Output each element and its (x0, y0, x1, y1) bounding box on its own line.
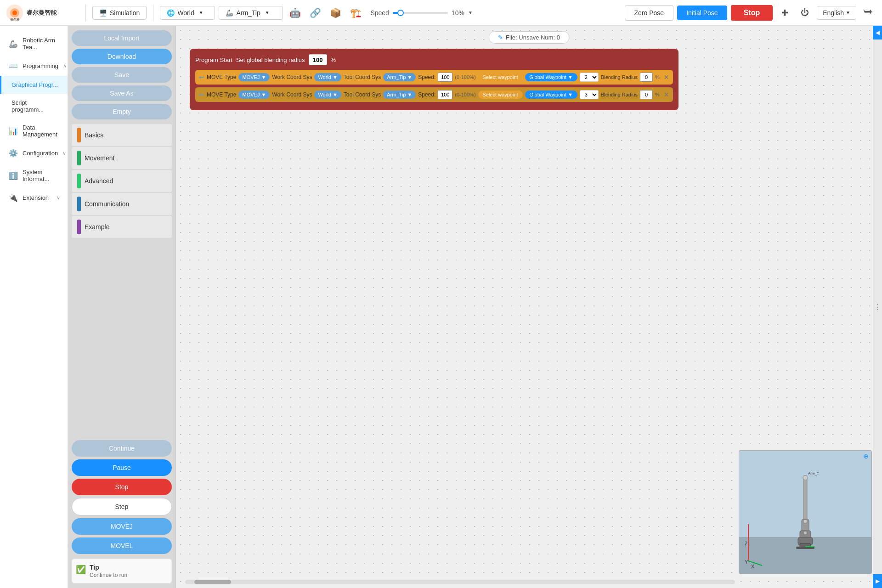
num-select-1[interactable]: 2 3 (580, 73, 599, 82)
save-as-btn[interactable]: Save As (72, 85, 172, 101)
movej-btn[interactable]: MOVEJ (72, 518, 172, 535)
select-waypoint-btn-2[interactable]: Select waypoint (478, 90, 523, 99)
blend-input-1[interactable] (640, 73, 653, 82)
tool-coord-label-2: Tool Coord Sys (344, 91, 381, 98)
file-edit-icon: ✎ (498, 34, 503, 41)
chevron-down-icon4: ▼ (846, 10, 850, 15)
local-import-btn[interactable]: Local Import (72, 30, 172, 46)
num-select-2[interactable]: 3 2 (580, 90, 599, 99)
chevron-armtip-1: ▼ (407, 74, 412, 80)
category-advanced[interactable]: Advanced (72, 170, 172, 192)
arm-dropdown[interactable]: 🦾 Arm_Tip ▼ (219, 6, 283, 20)
lang-dropdown[interactable]: English ▼ (817, 6, 856, 20)
close-icon-1[interactable]: ✕ (664, 74, 669, 81)
bottom-scrollbar[interactable] (185, 580, 735, 584)
tip-area: ✅ Tip Continue to run (72, 559, 172, 583)
chevron-movej-2: ▼ (261, 92, 266, 97)
world-icon: 🌐 (167, 9, 175, 17)
speed-input-2[interactable] (438, 90, 452, 99)
empty-btn[interactable]: Empty (72, 104, 172, 119)
speed-input-1[interactable] (438, 73, 452, 82)
viewport-3d: ⊕ Arm_Tip (739, 450, 872, 574)
icon-btn-4[interactable]: 🏗️ (347, 5, 364, 21)
sidebar: 🦾 Robotic Arm Tea... ⌨️ Programming ∧ Gr… (0, 26, 68, 588)
world-select-2[interactable]: World ▼ (314, 90, 341, 99)
armtip-select-1[interactable]: Arm_Tip ▼ (383, 73, 416, 81)
category-example[interactable]: Example (72, 216, 172, 238)
undo-icon-1[interactable]: ↩ (199, 74, 204, 81)
chevron-down-icon3: ▼ (468, 10, 473, 15)
icon-btn-2[interactable]: 🔗 (307, 5, 323, 21)
undo-icon-2[interactable]: ↩ (199, 91, 204, 98)
blending-label-2: Blending Radius (601, 92, 638, 97)
movej-select-2[interactable]: MOVEJ ▼ (238, 90, 270, 99)
chevron-icon-prog: ∧ (63, 63, 67, 69)
sidebar-item-robotic-arm[interactable]: 🦾 Robotic Arm Tea... (0, 31, 68, 56)
sidebar-item-programming[interactable]: ⌨️ Programming ∧ (0, 56, 68, 76)
move-type-label-2: MOVE Type (207, 91, 236, 98)
simulation-mode-btn[interactable]: 🖥️ Simulation (92, 6, 147, 20)
icon-btn-1[interactable]: 🤖 (287, 5, 303, 21)
chevron-icon-config: ∨ (62, 150, 66, 156)
logout-btn[interactable]: ⮩ (860, 5, 876, 21)
stop-btn[interactable]: Stop (731, 5, 773, 21)
select-waypoint-btn-1[interactable]: Select waypoint (478, 73, 523, 81)
viewport-header-icon[interactable]: ⊕ (863, 452, 869, 460)
robot-arm-svg: Arm_Tip (792, 466, 819, 551)
tip-description: Continue to run (90, 572, 127, 578)
speed-slider[interactable] (393, 12, 448, 14)
save-btn[interactable]: Save (72, 67, 172, 83)
power-icon-btn[interactable]: ⏻ (797, 5, 813, 21)
example-dot (77, 220, 81, 234)
sidebar-item-sysinfo[interactable]: ℹ️ System Informat... (0, 163, 68, 188)
close-icon-2[interactable]: ✕ (664, 91, 669, 98)
armtip-select-2[interactable]: Arm_Tip ▼ (383, 90, 416, 99)
sidebar-item-data[interactable]: 📊 Data Management (0, 119, 68, 143)
stop-ctrl-btn[interactable]: Stop (72, 479, 172, 495)
chevron-world-1: ▼ (333, 74, 338, 80)
blend-input-2[interactable] (640, 90, 653, 99)
scroll-thumb-horizontal[interactable] (194, 580, 231, 584)
movel-btn[interactable]: MOVEL (72, 537, 172, 554)
sidebar-item-script[interactable]: Script programm... (0, 94, 68, 119)
work-coord-label-1: Work Coord Sys (272, 74, 312, 80)
speed-label: Speed (370, 9, 389, 17)
add-icon-btn[interactable]: ✚ (776, 5, 793, 21)
movej-select-1[interactable]: MOVEJ ▼ (238, 73, 270, 81)
tip-icon: ✅ (76, 565, 86, 575)
zero-pose-btn[interactable]: Zero Pose (625, 5, 674, 21)
axis-y-label: Y (745, 559, 748, 565)
scroll-up-btn[interactable]: ◀ (873, 26, 882, 40)
sysinfo-icon: ℹ️ (9, 171, 18, 180)
config-icon: ⚙️ (9, 149, 18, 158)
arm-label: Arm_Tip (236, 9, 260, 17)
category-movement[interactable]: Movement (72, 147, 172, 169)
tool-coord-label-1: Tool Coord Sys (344, 74, 381, 80)
step-btn[interactable]: Step (72, 498, 172, 515)
pause-btn[interactable]: Pause (72, 459, 172, 476)
bottom-btns: Continue Pause Stop Step MOVEJ MOVEL (72, 436, 172, 554)
world-select-1[interactable]: World ▼ (314, 73, 341, 81)
scroll-down-btn[interactable]: ▶ (873, 574, 882, 588)
initial-pose-btn[interactable]: Initial Pose (677, 6, 727, 20)
global-waypoint-btn-1[interactable]: Global Waypoint ▼ (525, 73, 577, 81)
continue-btn[interactable]: Continue (72, 440, 172, 457)
category-communication[interactable]: Communication (72, 193, 172, 215)
speed-lbl-1: Speed: (418, 74, 435, 80)
world-dropdown[interactable]: 🌐 World ▼ (160, 6, 215, 20)
sidebar-item-graphical[interactable]: Graphical Progr... (0, 76, 68, 94)
icon-btn-3[interactable]: 📦 (327, 5, 344, 21)
sidebar-item-config[interactable]: ⚙️ Configuration ∨ (0, 143, 68, 163)
blending-label-1: Blending Radius (601, 74, 638, 80)
data-label: Data Management (23, 124, 60, 138)
download-btn[interactable]: Download (72, 49, 172, 64)
graphical-label: Graphical Progr... (11, 81, 58, 88)
chevron-icon-ext: ∨ (57, 195, 60, 201)
sidebar-item-extension[interactable]: 🔌 Extension ∨ (0, 188, 68, 208)
advanced-label: Advanced (85, 177, 113, 185)
radius-input[interactable] (309, 54, 327, 65)
speed-value: 10% (452, 9, 464, 17)
category-basics[interactable]: Basics (72, 124, 172, 146)
lang-label: English (823, 9, 844, 17)
global-waypoint-btn-2[interactable]: Global Waypoint ▼ (525, 90, 577, 99)
